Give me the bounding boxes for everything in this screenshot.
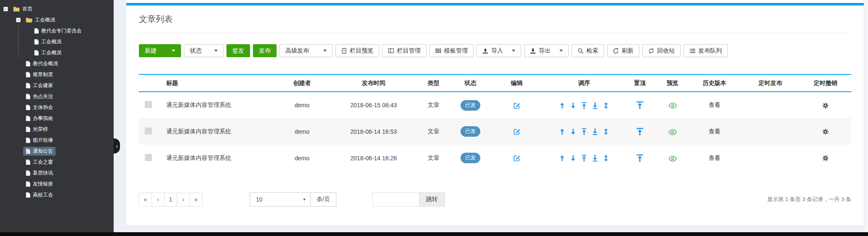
new-button[interactable]: 新建 [139,44,181,57]
document-icon [341,48,347,54]
page-size-select[interactable]: 10 ▼ [250,192,311,207]
pagination-last-button[interactable]: » [189,193,202,207]
file-icon [26,170,30,176]
tree-item-label: 图片轮播 [33,137,53,144]
move-to-bottom-icon[interactable] [592,155,598,162]
cell-type: 文章 [415,145,453,171]
refresh-button[interactable]: 刷新 [607,44,639,57]
col-header-title: 标题 [158,74,272,92]
tree-item[interactable]: 光荣榜 [0,124,114,135]
column-preview-button[interactable]: 栏目预览 [335,44,379,57]
page-jump-input[interactable] [372,192,419,207]
caret-down-icon [323,50,327,52]
col-header-scheduled-publish: 定时发布 [741,74,800,92]
cell-title: 通元新媒体内容管理系统 [158,92,272,118]
tree-item-label: 办事指南 [33,115,53,122]
edit-icon[interactable] [513,154,520,162]
pin-top-icon[interactable] [636,128,643,135]
move-updown-icon[interactable] [603,128,609,135]
move-to-bottom-icon[interactable] [592,102,598,109]
caret-down-icon [214,50,218,52]
publish-queue-button[interactable]: 发布队列 [684,44,728,57]
status-filter-button[interactable]: 状态 [184,44,224,57]
col-header-checkbox [139,74,158,92]
tree-item[interactable]: 规章制度 [0,69,114,80]
tree-item[interactable]: 工会建家 [0,80,114,91]
history-view-link[interactable]: 查看 [709,154,721,161]
edit-icon[interactable] [513,102,520,109]
move-up-icon[interactable] [559,155,565,162]
caret-down-icon [512,50,515,52]
preview-eye-icon[interactable] [668,103,677,109]
pagination-next-button[interactable]: › [177,193,190,207]
pagination-page-1-button[interactable]: 1 [164,193,177,207]
tree-item[interactable]: 图片轮播 [0,135,114,146]
move-to-top-icon[interactable] [581,128,587,135]
move-up-icon[interactable] [559,128,565,135]
pagination-bar: « ‹ 1 › » 10 ▼ 条/页 跳转 显示第 1 条至 3 条记录，一共 … [139,192,851,207]
tree-item[interactable]: 教代会概况 [0,58,114,69]
pagination-first-button[interactable]: « [139,193,152,207]
move-to-bottom-icon[interactable] [592,128,598,135]
sidebar-collapse-handle[interactable]: ‹ [114,138,120,154]
tree-item[interactable]: 热点关注 [0,91,114,102]
tree-item-root[interactable]: 首页 [0,3,114,14]
tree-item[interactable]: 工会概况 [0,47,114,58]
tree-item-label: 规章制度 [33,71,53,78]
col-header-order: 调序 [545,74,623,92]
history-view-link[interactable]: 查看 [709,101,721,108]
tree-item[interactable]: 工会之窗 [0,156,114,167]
template-manage-button[interactable]: 模板管理 [429,44,474,57]
export-button[interactable]: 导出 [524,44,569,57]
move-updown-icon[interactable] [603,155,609,162]
cell-type: 文章 [415,118,453,145]
scrollbar-track[interactable] [864,0,868,232]
tree-item[interactable]: 工会概况 [0,36,114,47]
page-jump-button[interactable]: 跳转 [419,192,445,207]
pin-top-icon[interactable] [636,154,643,162]
move-to-top-icon[interactable] [581,155,587,162]
gear-icon[interactable] [822,102,829,109]
tree-item[interactable]: 文体协会 [0,102,114,113]
preview-eye-icon[interactable] [668,156,677,162]
tree-collapse-minus-icon[interactable] [16,18,21,22]
search-button[interactable]: 检索 [572,44,604,57]
file-icon [26,83,30,88]
column-manage-button[interactable]: 栏目管理 [382,44,426,57]
edit-icon[interactable] [513,128,520,135]
move-down-icon[interactable] [570,102,576,109]
tree-item-label: 教代会专门委员会 [41,27,82,34]
row-checkbox[interactable] [145,127,152,135]
move-to-top-icon[interactable] [581,102,587,109]
tree-item[interactable]: 友情链接 [0,178,114,189]
tree-item[interactable]: 办事指南 [0,113,114,124]
gear-icon[interactable] [822,155,829,162]
tree-item[interactable]: 基层快讯 [0,167,114,178]
cell-publish-time: 2018-06-14 16:26 [333,145,415,171]
advanced-publish-button[interactable]: 高级发布 [280,44,333,57]
row-checkbox[interactable] [145,101,152,108]
history-view-link[interactable]: 查看 [709,128,721,135]
pagination-prev-button[interactable]: ‹ [152,193,165,207]
pin-top-icon[interactable] [636,101,643,109]
cell-creator: demo [272,92,333,118]
sign-button[interactable]: 签发 [226,44,250,57]
tree-item-folder[interactable]: 工会概况 [0,14,114,25]
status-badge: 已发 [461,153,480,163]
tree-item[interactable]: 高校工会 [0,189,114,200]
move-up-icon[interactable] [559,102,565,109]
move-updown-icon[interactable] [603,102,609,109]
recycle-bin-button[interactable]: 回收站 [642,44,681,57]
tree-item-selected[interactable]: 通知公告 [0,146,114,156]
tree-collapse-minus-icon[interactable] [3,7,8,11]
row-checkbox[interactable] [145,154,152,161]
preview-eye-icon[interactable] [668,129,677,135]
grid-icon [435,48,441,53]
gear-icon[interactable] [822,128,829,135]
tree-item[interactable]: 教代会专门委员会 [0,25,114,36]
import-button[interactable]: 导入 [477,44,521,57]
move-down-icon[interactable] [570,128,576,135]
move-down-icon[interactable] [570,155,576,162]
cell-title: 通元新媒体内容管理系统 [158,145,272,171]
publish-button[interactable]: 发布 [253,44,277,57]
